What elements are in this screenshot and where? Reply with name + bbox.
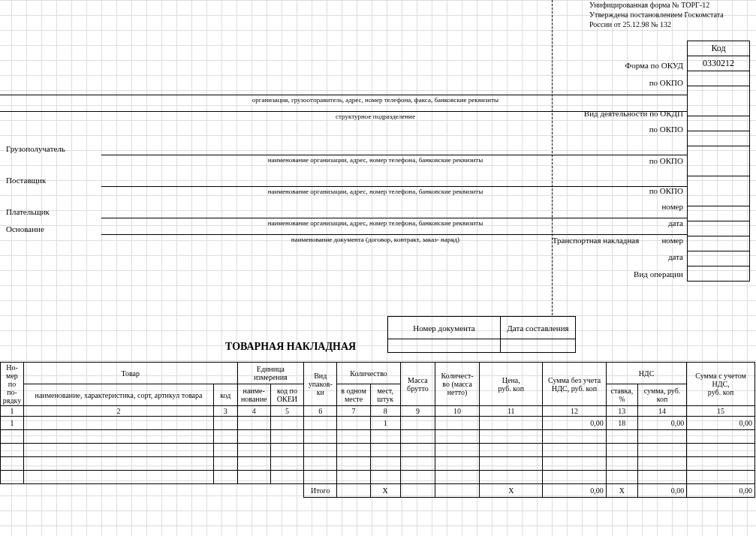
cell-summa-bez: 0,00 — [543, 417, 606, 430]
empty-code-cell — [688, 86, 750, 116]
table-row — [1, 444, 755, 457]
label-nomer-2: номер — [661, 236, 683, 245]
total-summa-bez: 0,00 — [543, 484, 606, 498]
cell-no: 1 — [1, 417, 24, 430]
th-naim: наименование, характеристика, сорт, арти… — [23, 384, 213, 406]
doc-nomer-label: Номер документа — [388, 317, 501, 339]
label-data-2: дата — [518, 248, 685, 266]
cell-mest: 1 — [370, 417, 400, 430]
data-value-1 — [688, 221, 750, 236]
table-row — [1, 430, 755, 444]
header-line-3: России от 25.12.98 № 132 — [589, 20, 751, 29]
doc-data-value — [501, 339, 576, 353]
caption-doc: наименование документа (договор, контрак… — [150, 236, 601, 243]
total-stavka: X — [606, 484, 637, 498]
total-summa-nds: 0,00 — [637, 484, 686, 498]
table-row — [1, 457, 755, 471]
vid-oper-value — [688, 266, 750, 282]
total-label: Итого — [304, 484, 337, 498]
caption-naim-1: наименование организации, адрес, номер т… — [150, 156, 601, 164]
doc-box: Номер документа Дата составления — [387, 316, 576, 353]
total-row: Итого X X 0,00 X 0,00 0,00 — [1, 484, 755, 498]
main-table: Но- мер по по- рядку Товар Единица измер… — [0, 362, 755, 498]
underline-3 — [101, 155, 687, 155]
underline-5 — [101, 218, 687, 218]
okpo-value-2 — [688, 131, 750, 146]
code-header: Код — [688, 41, 750, 56]
th-kolich-netto: Количест- во (масса нетто) — [435, 363, 480, 406]
label-nomer-1: номер — [518, 198, 685, 215]
th-tovar: Товар — [23, 363, 237, 384]
okpo-value-1 — [688, 71, 750, 86]
th-kod: код — [213, 384, 237, 406]
th-v-odnom: в одном месте — [337, 384, 370, 406]
label-forma-okud: Форма по ОКУД — [518, 57, 685, 74]
doc-data-label: Дата составления — [501, 317, 576, 339]
th-summa-s: Сумма с учетом НДС, руб. коп — [687, 363, 755, 406]
nomer-value-1 — [688, 206, 750, 221]
label-okpo-2: по ОКПО — [518, 121, 685, 138]
th-naim-ed: наиме- нование — [237, 384, 270, 406]
okpo-value-4 — [688, 176, 750, 206]
caption-naim-2: наименование организации, адрес, номер т… — [150, 188, 601, 195]
table-row: 1 1 0,00 18 0,00 0,00 — [1, 417, 755, 430]
table-row — [1, 471, 755, 484]
caption-org: организация, грузоотправитель, адрес, но… — [150, 96, 601, 104]
label-vid-oper: Вид операции — [518, 266, 685, 283]
underline-6 — [101, 234, 687, 235]
underline-2 — [0, 111, 687, 112]
label-platelshik: Плательщик — [6, 207, 96, 216]
header-line-1: Унифицированная форма № ТОРГ-12 — [589, 0, 751, 10]
th-vid-upak: Вид упаков- ки — [304, 363, 337, 406]
label-osnovanie: Основание — [6, 224, 96, 233]
th-kolichestvo: Количество — [337, 363, 400, 384]
th-stavka: ставка, % — [606, 384, 637, 406]
total-x-1: X — [370, 484, 400, 498]
underline-1 — [0, 95, 687, 95]
okdp-value — [688, 116, 750, 131]
underline-4 — [101, 186, 687, 187]
caption-struct: структурное подразделение — [150, 113, 601, 120]
th-summa-bez: Сумма без учета НДС, руб. коп — [543, 363, 606, 406]
cell-summa-nds: 0,00 — [637, 417, 686, 430]
cell-summa-s: 0,00 — [687, 417, 755, 430]
cell-stavka: 18 — [606, 417, 637, 430]
code-block: Код 0330212 — [687, 41, 750, 282]
doc-nomer-value — [388, 339, 501, 353]
th-no: Но- мер по по- рядку — [1, 363, 24, 406]
trans-nomer-value — [688, 236, 750, 251]
th-cena: Цена, руб. коп — [480, 363, 543, 406]
okud-value: 0330212 — [688, 56, 750, 71]
header-line-2: Утверждена постановлением Госкомстата — [589, 10, 751, 20]
th-summa-nds: сумма, руб. коп — [637, 384, 686, 406]
form-header: Унифицированная форма № ТОРГ-12 Утвержде… — [589, 0, 751, 29]
th-nds: НДС — [606, 363, 687, 384]
total-summa-s: 0,00 — [687, 484, 755, 498]
okpo-value-3 — [688, 146, 750, 176]
right-labels: Форма по ОКУД по ОКПО Вид деятельности п… — [518, 57, 685, 282]
document-title: ТОВАРНАЯ НАКЛАДНАЯ — [225, 341, 356, 353]
label-gruzopoluchatel: Грузополучатель — [6, 144, 96, 153]
spreadsheet-form: Унифицированная форма № ТОРГ-12 Утвержде… — [0, 0, 756, 536]
label-postavshik: Поставщик — [6, 176, 96, 185]
th-mest: мест, штук — [370, 384, 400, 406]
total-x-2: X — [480, 484, 543, 498]
th-ed-izm: Единица измерения — [237, 363, 304, 384]
th-massa-brutto: Масса брутто — [400, 363, 435, 406]
column-number-row: 1 2 3 4 5 6 7 8 9 10 11 12 13 14 15 — [1, 406, 755, 417]
caption-naim-3: наименование организации, адрес, номер т… — [150, 219, 601, 227]
th-kod-okei: код по ОКЕИ — [270, 384, 303, 406]
trans-data-value — [688, 251, 750, 266]
label-okpo-1: по ОКПО — [518, 74, 685, 92]
